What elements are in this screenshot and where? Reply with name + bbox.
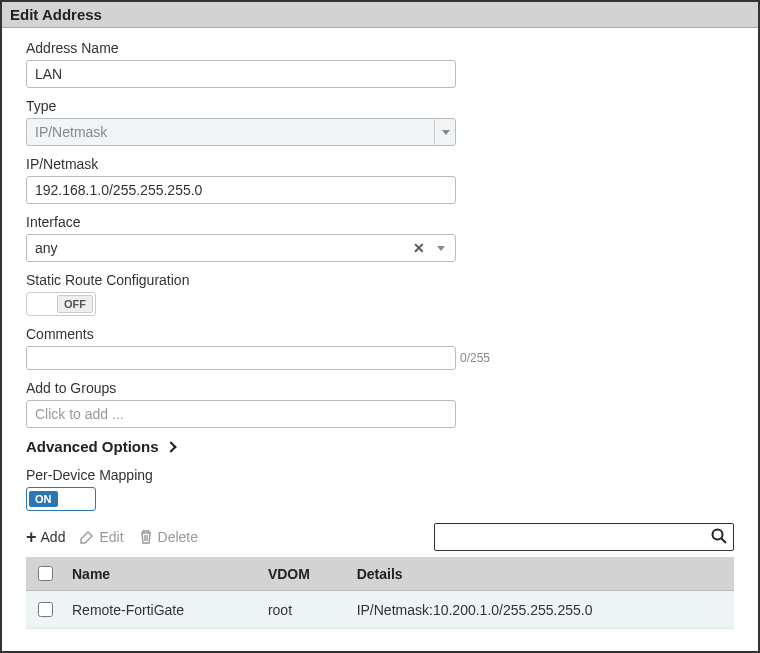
row-vdom: root <box>260 591 349 629</box>
col-details: Details <box>349 557 734 591</box>
edit-icon <box>79 529 95 545</box>
mapping-toolbar: + Add Edit Delete <box>26 523 734 551</box>
chevron-down-icon[interactable] <box>432 234 450 262</box>
row-check-cell <box>26 591 64 629</box>
table-header-row: Name VDOM Details <box>26 557 734 591</box>
chevron-right-icon <box>165 441 176 452</box>
comments-counter: 0/255 <box>460 351 490 365</box>
per-device-toggle[interactable]: ON <box>26 487 96 511</box>
select-all-checkbox[interactable] <box>38 566 53 581</box>
add-to-groups-label: Add to Groups <box>26 380 734 396</box>
row-checkbox[interactable] <box>38 602 53 617</box>
mapping-table: Name VDOM Details Remote-FortiGate root … <box>26 557 734 629</box>
add-to-groups-input[interactable] <box>26 400 456 428</box>
interface-value: any <box>35 240 58 256</box>
search-input[interactable] <box>434 523 734 551</box>
search-icon[interactable] <box>710 527 728 548</box>
add-button[interactable]: + Add <box>26 528 65 546</box>
row-name: Remote-FortiGate <box>64 591 260 629</box>
ip-netmask-input[interactable] <box>26 176 456 204</box>
col-vdom: VDOM <box>260 557 349 591</box>
svg-point-0 <box>713 530 723 540</box>
add-label: Add <box>41 529 66 545</box>
delete-button[interactable]: Delete <box>138 529 198 545</box>
table-row[interactable]: Remote-FortiGate root IP/Netmask:10.200.… <box>26 591 734 629</box>
form-content: Address Name Type IP/Netmask IP/Netmask … <box>2 28 758 651</box>
delete-label: Delete <box>158 529 198 545</box>
type-select[interactable]: IP/Netmask <box>26 118 456 146</box>
edit-button[interactable]: Edit <box>79 529 123 545</box>
trash-icon <box>138 529 154 545</box>
comments-label: Comments <box>26 326 734 342</box>
row-details: IP/Netmask:10.200.1.0/255.255.255.0 <box>349 591 734 629</box>
type-label: Type <box>26 98 734 114</box>
plus-icon: + <box>26 528 37 546</box>
search-wrap <box>434 523 734 551</box>
edit-address-window: Edit Address Address Name Type IP/Netmas… <box>0 0 760 653</box>
static-route-label: Static Route Configuration <box>26 272 734 288</box>
advanced-options-label: Advanced Options <box>26 438 159 455</box>
clear-icon[interactable]: ✕ <box>410 234 428 262</box>
address-name-input[interactable] <box>26 60 456 88</box>
toggle-on-handle: ON <box>29 491 58 507</box>
ip-netmask-label: IP/Netmask <box>26 156 734 172</box>
static-route-toggle[interactable]: OFF <box>26 292 96 316</box>
svg-line-1 <box>722 539 727 544</box>
interface-label: Interface <box>26 214 734 230</box>
interface-select[interactable]: any ✕ <box>26 234 456 262</box>
per-device-label: Per-Device Mapping <box>26 467 734 483</box>
type-value: IP/Netmask <box>35 124 107 140</box>
toggle-off-handle: OFF <box>57 295 93 313</box>
col-name: Name <box>64 557 260 591</box>
address-name-label: Address Name <box>26 40 734 56</box>
window-title: Edit Address <box>2 2 758 28</box>
advanced-options-toggle[interactable]: Advanced Options <box>26 438 734 455</box>
edit-label: Edit <box>99 529 123 545</box>
comments-input[interactable] <box>26 346 456 370</box>
select-all-header <box>26 557 64 591</box>
chevron-down-icon <box>434 118 456 146</box>
